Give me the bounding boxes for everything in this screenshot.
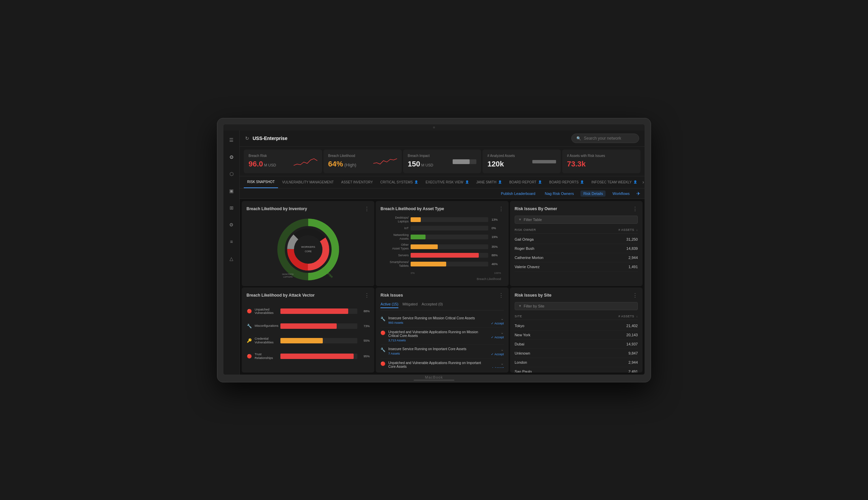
bar-track-4 <box>410 253 488 258</box>
expand-icon[interactable]: ⌄ <box>500 316 504 321</box>
site-assets: 14,937 <box>626 342 638 346</box>
tab-label-5: JANE SMITH <box>476 180 496 184</box>
col-assets-owner: # ASSETS ↓ <box>618 228 638 231</box>
accept-button[interactable]: ✓ Accept <box>491 336 504 339</box>
settings-icon[interactable]: ⚙ <box>226 219 237 230</box>
risk-issue-sub: 3,713 Assets <box>388 339 488 342</box>
accept-button[interactable]: ✓ Accept <box>491 322 504 325</box>
breach-likelihood-chart <box>373 156 397 167</box>
table-row[interactable]: Catherine Morton2,944 <box>515 253 638 262</box>
list-item[interactable]: 🔧 Insecure Service Running on Important … <box>381 345 504 359</box>
menu-icon[interactable]: ☰ <box>226 135 237 145</box>
site-name: Tokyo <box>515 324 525 328</box>
widget-menu-3[interactable]: ⋮ <box>632 206 638 212</box>
table-row[interactable]: Dubai14,937 <box>515 340 638 349</box>
table-row[interactable]: Tokyo21,402 <box>515 321 638 330</box>
widget-menu-6[interactable]: ⋮ <box>632 292 638 299</box>
risk-tab-mitigated[interactable]: Mitigated <box>403 302 418 308</box>
table-row[interactable]: Valerie Chavez1,491 <box>515 262 638 272</box>
expand-icon[interactable]: ⌄ <box>500 361 504 366</box>
send-icon[interactable]: ✈ <box>636 191 641 196</box>
expand-icon[interactable]: ⌄ <box>500 330 504 335</box>
tab-asset-inv[interactable]: ASSET INVENTORY <box>338 176 376 189</box>
tab-board-report[interactable]: BOARD REPORT 👤 <box>506 176 545 189</box>
list-icon[interactable]: ≡ <box>226 236 237 247</box>
table-row[interactable]: Roger Bush14,839 <box>515 244 638 253</box>
grid-icon[interactable]: ⊞ <box>226 202 237 213</box>
table-row[interactable]: New York20,143 <box>515 330 638 340</box>
accept-button[interactable]: ✓ Accept <box>491 353 504 356</box>
axis-end: 100% <box>494 272 501 275</box>
tab-label-6: BOARD REPORT <box>509 180 537 184</box>
widget-header-6: Risk Issues by Site ⋮ <box>515 292 638 299</box>
site-assets: 2,944 <box>628 360 638 364</box>
shield-icon[interactable]: ⬡ <box>226 169 237 179</box>
tabs-bar: RISK SNAPSHOT VULNERABILITY MANAGEMENT A… <box>240 176 644 189</box>
tab-vuln-mgmt[interactable]: VULNERABILITY MANAGEMENT <box>279 176 337 189</box>
widget-menu-5[interactable]: ⋮ <box>498 292 504 299</box>
av-label-2: CredentialVulnerabilities <box>255 337 278 344</box>
widget-menu-4[interactable]: ⋮ <box>364 292 370 299</box>
av-pct-0: 88% <box>360 309 370 313</box>
svg-rect-3 <box>532 160 556 163</box>
widget-title-6: Risk Issues by Site <box>515 293 552 298</box>
table-row[interactable]: Gail Ortega31,250 <box>515 235 638 244</box>
camera-dot <box>433 126 435 128</box>
refresh-icon[interactable]: ↻ <box>245 136 249 141</box>
owner-assets: 31,250 <box>626 237 638 241</box>
owner-table-header: RISK OWNER # ASSETS ↓ <box>515 226 638 234</box>
tab-jane-smith[interactable]: JANE SMITH 👤 <box>473 176 505 189</box>
bar-row-0: Desktops/Laptops 13% <box>383 216 501 224</box>
metric-analyzed-assets: # Analyzed Assets 120k <box>483 149 561 173</box>
list-item[interactable]: 🔴 Unpatched and Vulnerable Applications … <box>381 359 504 368</box>
analyzed-assets-chart <box>532 156 556 167</box>
alert-icon[interactable]: △ <box>226 253 237 264</box>
filter-owner-input[interactable]: ▼ Filter Table <box>515 216 638 224</box>
search-box[interactable]: 🔍 <box>571 134 639 143</box>
site-name: London <box>515 360 527 364</box>
search-input[interactable] <box>584 136 634 141</box>
filter-site-label: Filter by Site <box>524 304 544 308</box>
col-site: SITE <box>515 315 522 318</box>
av-fill-2 <box>280 338 323 343</box>
bar-row-1: IoT 0% <box>383 226 501 230</box>
nag-risk-owners-btn[interactable]: Nag Risk Owners <box>542 191 577 197</box>
owner-name: Catherine Morton <box>515 255 543 260</box>
bar-pct-1: 0% <box>492 226 501 230</box>
expand-icon[interactable]: ⌄ <box>500 347 504 352</box>
owner-assets: 1,491 <box>628 265 638 269</box>
site-assets: 21,402 <box>626 324 638 328</box>
table-row[interactable]: Sao Paulo2,491 <box>515 367 638 373</box>
widget-risk-site: Risk Issues by Site ⋮ ▼ Filter by Site S… <box>510 287 643 373</box>
svg-text:CORE: CORE <box>305 250 312 252</box>
list-item[interactable]: 🔧 Insecure Service Running on Mission Cr… <box>381 314 504 328</box>
tab-exec-risk[interactable]: EXECUTIVE RISK VIEW 👤 <box>422 176 472 189</box>
accept-button[interactable]: ✓ Accept <box>491 366 504 368</box>
av-icon-1: 🔧 <box>247 324 252 329</box>
metric-value-2: 150M USD <box>408 160 433 169</box>
tab-label-0: RISK SNAPSHOT <box>247 180 275 184</box>
table-row[interactable]: Unknown9,847 <box>515 349 638 358</box>
widget-header-2: Breach Likelihood by Asset Type ⋮ <box>381 206 504 212</box>
metric-label-0: Breach Risk <box>249 154 276 158</box>
tab-critical-sys[interactable]: CRITICAL SYSTEMS 👤 <box>377 176 422 189</box>
widget-header-4: Breach Likelihood by Attack Vector ⋮ <box>247 292 370 299</box>
risk-details-btn[interactable]: Risk Details <box>580 191 606 197</box>
widget-menu-2[interactable]: ⋮ <box>498 206 504 212</box>
filter-site-input[interactable]: ▼ Filter by Site <box>515 302 638 310</box>
dashboard-icon[interactable]: ⊙ <box>226 151 237 162</box>
risk-tab-active[interactable]: Active (15) <box>381 302 398 308</box>
monitor-icon[interactable]: ▣ <box>226 185 237 196</box>
av-fill-0 <box>280 308 348 314</box>
list-item[interactable]: 🔴 Unpatched and Vulnerable Applications … <box>381 328 504 345</box>
attack-vector-chart: 🔴 UnpatchedVulnerabilities 88% 🔧 Misconf… <box>247 302 370 368</box>
tab-risk-snapshot[interactable]: RISK SNAPSHOT <box>244 176 278 189</box>
table-row[interactable]: London2,944 <box>515 358 638 367</box>
workflows-btn[interactable]: Workflows <box>610 191 632 197</box>
tab-board-reports[interactable]: BOARD REPORTS 👤 <box>546 176 588 189</box>
risk-tab-accepted[interactable]: Accepted (0) <box>422 302 443 308</box>
tab-infosec[interactable]: INFOSEC TEAM WEEKLY 👤 <box>588 176 641 189</box>
publish-leaderboard-btn[interactable]: Publish Leaderboard <box>498 191 538 197</box>
widget-menu-1[interactable]: ⋮ <box>364 206 370 212</box>
tabs-more-icon[interactable]: › <box>643 179 644 185</box>
